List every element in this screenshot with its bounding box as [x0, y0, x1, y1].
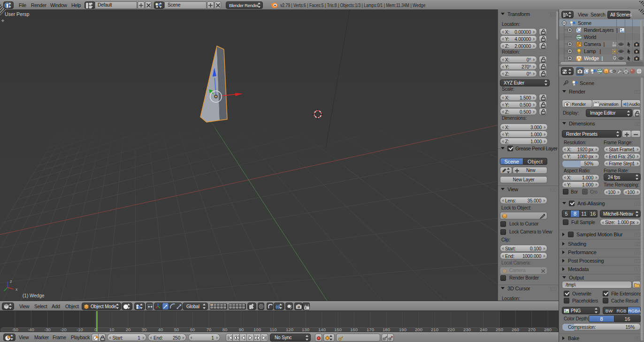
- svg-text:160: 160: [350, 327, 358, 332]
- svg-text:40: 40: [158, 327, 163, 332]
- svg-text:180: 180: [383, 327, 390, 332]
- svg-text:-40: -40: [28, 327, 34, 332]
- svg-text:z: z: [10, 279, 12, 284]
- svg-text:210: 210: [431, 327, 438, 332]
- svg-text:-50: -50: [12, 327, 18, 332]
- svg-text:90: 90: [239, 327, 244, 332]
- svg-text:240: 240: [480, 327, 487, 332]
- svg-text:190: 190: [399, 327, 406, 332]
- svg-text:50: 50: [174, 327, 179, 332]
- svg-text:-10: -10: [77, 327, 83, 332]
- svg-text:280: 280: [544, 327, 552, 332]
- svg-text:110: 110: [269, 327, 276, 332]
- svg-text:120: 120: [286, 327, 293, 332]
- svg-text:220: 220: [447, 327, 455, 332]
- svg-text:80: 80: [222, 327, 228, 332]
- svg-text:70: 70: [207, 327, 212, 332]
- svg-text:250: 250: [496, 327, 503, 332]
- svg-text:200: 200: [415, 327, 422, 332]
- svg-text:130: 130: [302, 327, 309, 332]
- svg-text:-20: -20: [60, 327, 67, 332]
- svg-text:30: 30: [142, 327, 147, 332]
- svg-text:10: 10: [109, 327, 115, 332]
- svg-text:170: 170: [367, 327, 374, 332]
- svg-text:230: 230: [463, 327, 471, 332]
- svg-text:260: 260: [512, 327, 519, 332]
- svg-text:(1) Wedge: (1) Wedge: [23, 293, 45, 298]
- svg-text:x: x: [15, 287, 18, 292]
- svg-text:270: 270: [528, 327, 536, 332]
- svg-text:User Persp: User Persp: [5, 11, 30, 17]
- svg-text:-30: -30: [44, 327, 51, 332]
- svg-text:20: 20: [126, 327, 131, 332]
- svg-text:100: 100: [253, 327, 261, 332]
- svg-text:60: 60: [190, 327, 195, 332]
- svg-text:150: 150: [334, 327, 342, 332]
- svg-text:140: 140: [318, 327, 326, 332]
